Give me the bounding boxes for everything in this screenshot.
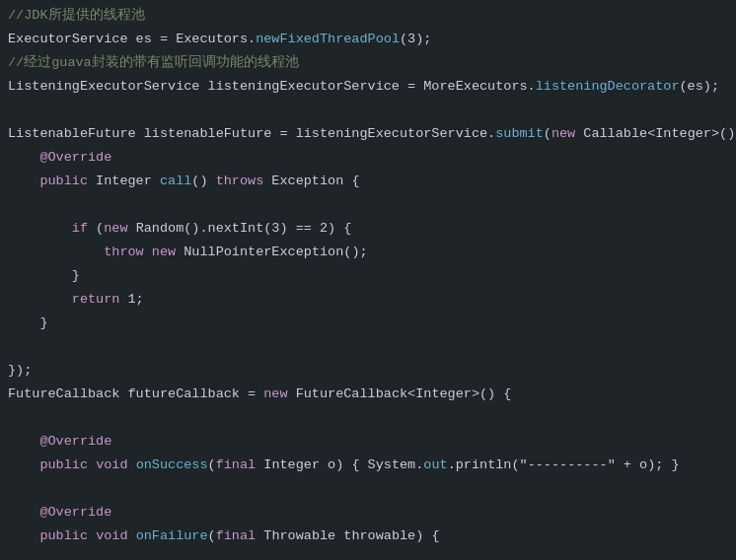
code-line-21	[0, 477, 736, 501]
code-line-3: //经过guava封装的带有监听回调功能的线程池	[0, 51, 736, 75]
code-line-1: //JDK所提供的线程池	[0, 4, 736, 28]
comment-text-1: //JDK所提供的线程池	[8, 5, 145, 27]
code-line-9	[0, 193, 736, 217]
code-text: @Override	[8, 147, 111, 169]
code-line-5	[0, 99, 736, 122]
code-line-8: public Integer call() throws Exception {	[0, 170, 736, 193]
comment-text-3: //经过guava封装的带有监听回调功能的线程池	[8, 52, 299, 74]
code-line-15	[0, 335, 736, 359]
code-text: ListeningExecutorService listeningExecut…	[8, 76, 719, 98]
code-line-23: public void onFailure(final Throwable th…	[0, 525, 736, 548]
code-line-7: @Override	[0, 146, 736, 170]
code-line-24	[0, 548, 736, 560]
code-line-11: throw new NullPointerException();	[0, 241, 736, 264]
code-line-13: return 1;	[0, 288, 736, 312]
code-line-14: }	[0, 312, 736, 335]
code-line-10: if (new Random().nextInt(3) == 2) {	[0, 217, 736, 241]
code-text: public void onFailure(final Throwable th…	[8, 525, 440, 547]
code-text: }	[8, 313, 48, 334]
code-text: @Override	[8, 502, 111, 524]
code-text: if (new Random().nextInt(3) == 2) {	[8, 218, 351, 240]
code-line-19: @Override	[0, 430, 736, 454]
code-line-16: });	[0, 359, 736, 383]
code-line-12: }	[0, 264, 736, 288]
code-line-18	[0, 406, 736, 430]
code-line-4: ListeningExecutorService listeningExecut…	[0, 75, 736, 99]
code-text: }	[8, 265, 80, 287]
code-line-20: public void onSuccess(final Integer o) {…	[0, 454, 736, 477]
code-text: public void onSuccess(final Integer o) {…	[8, 455, 680, 476]
code-text: throw new NullPointerException();	[8, 242, 368, 263]
code-editor: //JDK所提供的线程池 ExecutorService es = Execut…	[0, 0, 736, 560]
code-line-22: @Override	[0, 501, 736, 525]
code-text: ExecutorService es = Executors.newFixedT…	[8, 29, 431, 50]
code-text: FutureCallback futureCallback = new Futu…	[8, 384, 511, 405]
code-text: public Integer call() throws Exception {	[8, 171, 359, 192]
code-line-2: ExecutorService es = Executors.newFixedT…	[0, 28, 736, 51]
code-text: return 1;	[8, 289, 144, 311]
code-text: });	[8, 360, 32, 382]
code-line-17: FutureCallback futureCallback = new Futu…	[0, 383, 736, 406]
code-line-6: ListenableFuture listenableFuture = list…	[0, 122, 736, 146]
code-text: @Override	[8, 431, 111, 453]
code-text: ListenableFuture listenableFuture = list…	[8, 123, 736, 145]
